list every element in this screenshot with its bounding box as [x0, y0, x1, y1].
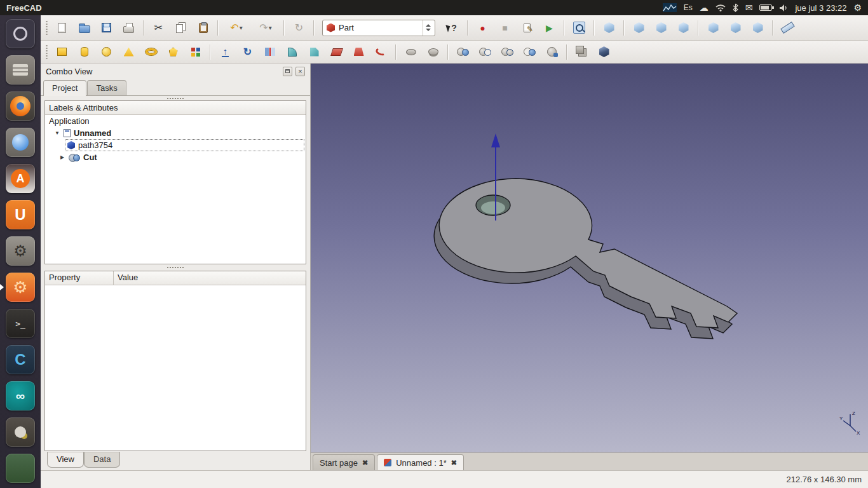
whats-this-button[interactable]: ?	[440, 18, 463, 37]
chromium-icon[interactable]	[6, 128, 35, 157]
refresh-button[interactable]: ↻	[288, 18, 309, 37]
expander-closed-icon[interactable]: ▶	[59, 154, 65, 160]
part-primitives-button[interactable]	[163, 43, 184, 62]
part-boolean-fragments-button[interactable]	[593, 43, 614, 62]
value-column-header[interactable]: Value	[114, 271, 306, 285]
tab-unnamed-document[interactable]: Unnamed : 1* ✖	[377, 454, 464, 470]
clock[interactable]: jue jul 3 23:22	[795, 3, 846, 13]
part-ruled-surface-button[interactable]	[326, 43, 347, 62]
tree-item-document[interactable]: ▼ Unnamed	[45, 127, 306, 139]
part-sphere-button[interactable]	[96, 43, 117, 62]
copy-button[interactable]	[170, 18, 191, 37]
redo-button[interactable]: ↷ ▾	[252, 18, 280, 37]
session-gear-icon[interactable]: ⚙	[853, 3, 862, 12]
tab-project[interactable]: Project	[43, 80, 86, 96]
view-left-button[interactable]	[747, 18, 768, 37]
3d-view[interactable]: Z Y X	[311, 64, 868, 452]
part-thickness-button[interactable]	[423, 43, 444, 62]
volume-icon[interactable]	[779, 4, 788, 12]
tab-data[interactable]: Data	[84, 452, 120, 468]
dock-float-button[interactable]	[283, 67, 292, 76]
selected-row[interactable]: path3754	[65, 140, 304, 151]
wifi-icon[interactable]	[715, 4, 726, 11]
view-front-button[interactable]	[628, 18, 649, 37]
cut-button[interactable]: ✂	[148, 18, 169, 37]
files-icon[interactable]	[6, 55, 35, 85]
part-union-button[interactable]	[497, 43, 518, 62]
part-offset-button[interactable]	[400, 43, 421, 62]
undo-button[interactable]: ↶ ▾	[222, 18, 250, 37]
property-table-body[interactable]	[45, 285, 306, 451]
new-document-button[interactable]	[51, 18, 72, 37]
part-box-button[interactable]	[51, 43, 72, 62]
view-right-button[interactable]	[673, 18, 694, 37]
part-torus-button[interactable]	[140, 43, 161, 62]
mail-icon[interactable]: ✉	[745, 3, 753, 12]
open-button[interactable]	[74, 18, 95, 37]
part-check-geometry-button[interactable]	[541, 43, 562, 62]
part-extrude-button[interactable]: ↑	[215, 43, 236, 62]
property-column-header[interactable]: Property	[45, 271, 114, 285]
battery-icon[interactable]	[759, 4, 772, 11]
view-fit-all-button[interactable]	[569, 18, 590, 37]
print-button[interactable]	[118, 18, 139, 37]
part-compound-button[interactable]	[571, 43, 592, 62]
view-top-button[interactable]	[651, 18, 672, 37]
expander-open-icon[interactable]: ▼	[54, 130, 60, 136]
macro-edit-button[interactable]: ✎	[517, 18, 538, 37]
part-cut-button[interactable]	[475, 43, 496, 62]
gimp-icon[interactable]	[6, 417, 35, 447]
measure-distance-button[interactable]	[777, 18, 798, 37]
dock-close-button[interactable]: ×	[295, 67, 305, 76]
part-cone-button[interactable]	[118, 43, 139, 62]
undo-dropdown-icon[interactable]: ▾	[240, 24, 243, 31]
part-chamfer-button[interactable]	[304, 43, 325, 62]
close-tab-icon[interactable]: ✖	[362, 459, 368, 467]
macro-record-button[interactable]: ●	[472, 18, 493, 37]
macro-play-button[interactable]: ▶	[539, 18, 560, 37]
save-button[interactable]	[96, 18, 117, 37]
dash-home-icon[interactable]	[6, 19, 35, 48]
bluetooth-icon[interactable]	[733, 3, 738, 12]
tab-tasks[interactable]: Tasks	[87, 80, 126, 95]
workbench-selector[interactable]: Part	[322, 20, 435, 36]
workbench-spinner[interactable]	[423, 20, 433, 36]
tree-item-cut[interactable]: ▶ Cut	[45, 151, 306, 163]
redo-dropdown-icon[interactable]: ▾	[269, 24, 272, 31]
extra-app-icon[interactable]	[6, 454, 35, 483]
part-fillet-button[interactable]	[281, 43, 302, 62]
tab-view[interactable]: View	[47, 452, 84, 468]
firefox-icon[interactable]	[6, 92, 35, 121]
part-revolve-button[interactable]: ↻	[237, 43, 258, 62]
freecad-launcher-icon[interactable]: ⚙	[6, 273, 35, 302]
paste-button[interactable]	[193, 18, 214, 37]
panel-splitter-handle[interactable]	[41, 96, 310, 100]
view-axonometric-button[interactable]	[599, 18, 620, 37]
ubuntu-one-icon[interactable]: U	[6, 200, 35, 229]
toolbar-handle[interactable]	[46, 20, 48, 36]
arduino-icon[interactable]: ∞	[6, 381, 35, 410]
tree-item-application[interactable]: Application	[45, 115, 306, 127]
keyboard-indicator[interactable]: Es	[684, 3, 693, 12]
tree-property-splitter[interactable]	[41, 264, 310, 271]
terminal-icon[interactable]: >_	[6, 309, 35, 338]
part-loft-button[interactable]	[348, 43, 369, 62]
part-shape-builder-button[interactable]	[185, 43, 206, 62]
toolbar-handle[interactable]	[46, 44, 48, 60]
tree-header[interactable]: Labels & Attributes	[45, 101, 306, 115]
view-bottom-button[interactable]	[725, 18, 746, 37]
close-tab-icon[interactable]: ✖	[451, 459, 457, 467]
view-rear-button[interactable]	[703, 18, 724, 37]
system-settings-icon[interactable]: ⚙	[6, 236, 35, 266]
system-monitor-icon[interactable]	[663, 3, 677, 12]
part-sweep-button[interactable]	[370, 43, 391, 62]
part-mirror-button[interactable]	[259, 43, 280, 62]
part-boolean-button[interactable]	[452, 43, 473, 62]
c-application-icon[interactable]: C	[6, 345, 35, 374]
part-cylinder-button[interactable]	[74, 43, 95, 62]
tree-item-path3754[interactable]: path3754	[45, 139, 306, 151]
cloud-icon[interactable]: ☁	[700, 3, 709, 12]
part-intersection-button[interactable]	[519, 43, 540, 62]
macro-stop-button[interactable]: ■	[494, 18, 515, 37]
tab-start-page[interactable]: Start page ✖	[313, 454, 375, 470]
